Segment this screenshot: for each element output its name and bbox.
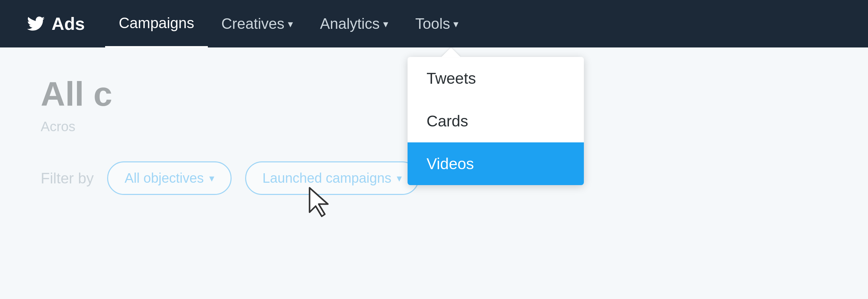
tools-chevron-icon: ▾ xyxy=(453,18,458,30)
nav-tools[interactable]: Tools ▾ xyxy=(402,0,472,47)
dropdown-item-cards[interactable]: Cards xyxy=(408,100,584,142)
dropdown-item-videos[interactable]: Videos xyxy=(408,142,584,185)
dropdown-item-tweets[interactable]: Tweets xyxy=(408,57,584,100)
analytics-chevron-icon: ▾ xyxy=(383,18,388,30)
nav-creatives[interactable]: Creatives ▾ xyxy=(208,0,307,47)
creatives-chevron-icon: ▾ xyxy=(288,18,293,30)
twitter-bird-icon xyxy=(27,16,45,31)
nav-campaigns[interactable]: Campaigns xyxy=(105,0,208,47)
navbar: Ads Campaigns Creatives ▾ Analytics ▾ To… xyxy=(0,0,868,47)
nav-links: Campaigns Creatives ▾ Analytics ▾ Tools … xyxy=(105,0,472,47)
brand-logo[interactable]: Ads xyxy=(27,14,85,34)
creatives-dropdown: Tweets Cards Videos xyxy=(408,47,584,185)
dropdown-menu: Tweets Cards Videos xyxy=(408,57,584,185)
dropdown-arrow xyxy=(441,47,460,57)
nav-analytics[interactable]: Analytics ▾ xyxy=(307,0,402,47)
brand-name: Ads xyxy=(52,14,85,34)
